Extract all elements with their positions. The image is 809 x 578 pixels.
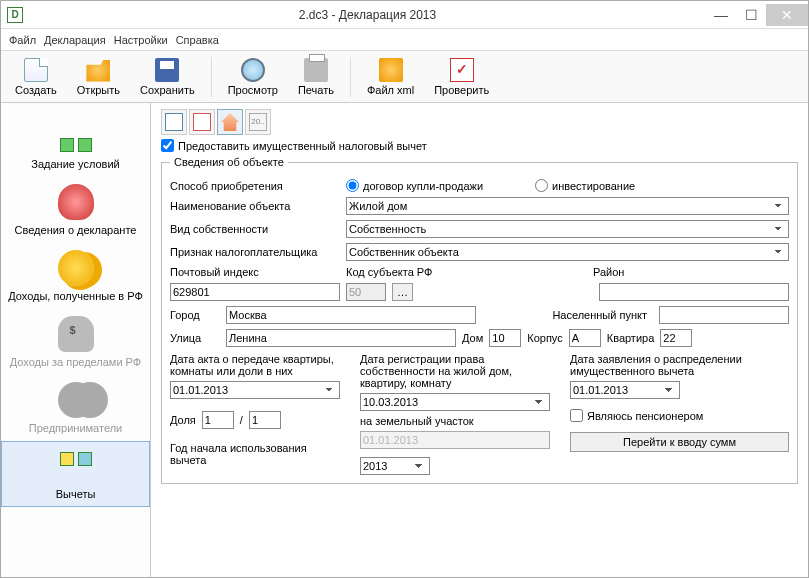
flat-label: Квартира <box>607 332 655 344</box>
date-reg-input[interactable]: 10.03.2013 <box>360 393 550 411</box>
year-start-input[interactable]: 2013 <box>360 457 430 475</box>
settlement-input[interactable] <box>659 306 789 324</box>
house-label: Дом <box>462 332 483 344</box>
separator <box>211 57 212 97</box>
obj-name-label: Наименование объекта <box>170 200 340 212</box>
print-button[interactable]: Печать <box>290 56 342 98</box>
own-type-select[interactable]: Собственность <box>346 220 789 238</box>
document-red-check-icon <box>193 113 211 131</box>
sidebar-label: Вычеты <box>56 488 96 500</box>
coins-icon <box>58 250 94 286</box>
sidebar-item-conditions[interactable]: Задание условий <box>1 111 150 177</box>
share-den-input[interactable] <box>249 411 281 429</box>
radio-sale[interactable] <box>346 179 359 192</box>
building-input[interactable] <box>569 329 601 347</box>
xml-icon <box>379 58 403 82</box>
open-label: Открыть <box>77 84 120 96</box>
flat-input[interactable] <box>660 329 692 347</box>
window-title: 2.dc3 - Декларация 2013 <box>29 8 706 22</box>
share-label: Доля <box>170 414 196 426</box>
region-input <box>346 283 386 301</box>
new-label: Создать <box>15 84 57 96</box>
menu-file[interactable]: Файл <box>9 34 36 46</box>
content-pane: 20.. Предоставить имущественный налоговы… <box>151 103 808 577</box>
goto-sums-button[interactable]: Перейти к вводу сумм <box>570 432 789 452</box>
acq-method-label: Способ приобретения <box>170 180 340 192</box>
pensioner-checkbox[interactable] <box>570 409 583 422</box>
payer-type-label: Признак налогоплательщика <box>170 246 340 258</box>
obj-name-select[interactable]: Жилой дом <box>346 197 789 215</box>
street-input[interactable] <box>226 329 456 347</box>
date-act-input[interactable]: 01.01.2013 <box>170 381 340 399</box>
app-icon: D <box>7 7 23 23</box>
save-button[interactable]: Сохранить <box>132 56 203 98</box>
menu-help[interactable]: Справка <box>176 34 219 46</box>
money-bag-icon <box>58 316 94 352</box>
provide-deduction-checkbox[interactable] <box>161 139 174 152</box>
view-label: Просмотр <box>228 84 278 96</box>
zip-input[interactable] <box>170 283 340 301</box>
print-label: Печать <box>298 84 334 96</box>
menu-declaration[interactable]: Декларация <box>44 34 106 46</box>
sidebar-item-deductions[interactable]: Вычеты <box>1 441 150 507</box>
fieldset-legend: Сведения об объекте <box>170 156 288 168</box>
object-fieldset: Сведения об объекте Способ приобретения … <box>161 156 798 484</box>
maximize-button[interactable]: ☐ <box>736 4 766 26</box>
sidebar-label: Задание условий <box>31 158 119 170</box>
menubar: Файл Декларация Настройки Справка <box>1 29 808 51</box>
city-input[interactable] <box>226 306 476 324</box>
date-land-input: 01.01.2013 <box>360 431 550 449</box>
sidebar-item-declarant[interactable]: Сведения о декларанте <box>1 177 150 243</box>
share-num-input[interactable] <box>202 411 234 429</box>
sidebar-label: Предприниматели <box>29 422 122 434</box>
sidebar-label: Сведения о декларанте <box>15 224 137 236</box>
pensioner-label: Являюсь пенсионером <box>587 410 703 422</box>
check-button[interactable]: Проверить <box>426 56 497 98</box>
district-input[interactable] <box>599 283 789 301</box>
menu-settings[interactable]: Настройки <box>114 34 168 46</box>
date-reg-label: Дата регистрации права собственности на … <box>360 353 550 389</box>
new-file-icon <box>24 58 48 82</box>
provide-deduction-label: Предоставить имущественный налоговый выч… <box>178 140 427 152</box>
settlement-label: Населенный пункт <box>482 309 653 321</box>
open-button[interactable]: Открыть <box>69 56 128 98</box>
subtab-social[interactable] <box>189 109 215 135</box>
floppy-icon <box>155 58 179 82</box>
close-button[interactable]: ✕ <box>766 4 808 26</box>
zip-label: Почтовый индекс <box>170 266 340 278</box>
city-label: Город <box>170 309 220 321</box>
sidebar-label: Доходы за пределами РФ <box>10 356 141 368</box>
sidebar-item-income-rf[interactable]: Доходы, полученные в РФ <box>1 243 150 309</box>
radio-invest[interactable] <box>535 179 548 192</box>
view-button[interactable]: Просмотр <box>220 56 286 98</box>
separator <box>350 57 351 97</box>
subtab-property[interactable] <box>217 109 243 135</box>
date-app-input[interactable]: 01.01.2013 <box>570 381 680 399</box>
region-label: Код субъекта РФ <box>346 266 496 278</box>
person-icon <box>58 184 94 220</box>
check-label: Проверить <box>434 84 489 96</box>
xml-label: Файл xml <box>367 84 414 96</box>
house-input[interactable] <box>489 329 521 347</box>
payer-type-select[interactable]: Собственник объекта <box>346 243 789 261</box>
magnifier-icon <box>241 58 265 82</box>
subtab-standard[interactable] <box>161 109 187 135</box>
date-act-label: Дата акта о передаче квартиры, комнаты и… <box>170 353 340 377</box>
subtab-doc20[interactable]: 20.. <box>245 109 271 135</box>
sidebar-item-income-abroad[interactable]: Доходы за пределами РФ <box>1 309 150 375</box>
sidebar: Задание условий Сведения о декларанте До… <box>1 103 151 577</box>
radio-sale-label: договор купли-продажи <box>363 180 483 192</box>
minimize-button[interactable]: — <box>706 4 736 26</box>
checkmark-icon <box>450 58 474 82</box>
xml-button[interactable]: Файл xml <box>359 56 422 98</box>
building-label: Корпус <box>527 332 562 344</box>
sidebar-label: Доходы, полученные в РФ <box>8 290 143 302</box>
street-label: Улица <box>170 332 220 344</box>
region-lookup-button[interactable]: … <box>392 283 413 301</box>
date-app-label: Дата заявления о распределении имуществе… <box>570 353 789 377</box>
sidebar-item-entrepreneurs[interactable]: Предприниматели <box>1 375 150 441</box>
doc20-icon: 20.. <box>249 113 267 131</box>
new-button[interactable]: Создать <box>7 56 65 98</box>
date-land-label: на земельный участок <box>360 415 550 427</box>
document-check-icon <box>165 113 183 131</box>
